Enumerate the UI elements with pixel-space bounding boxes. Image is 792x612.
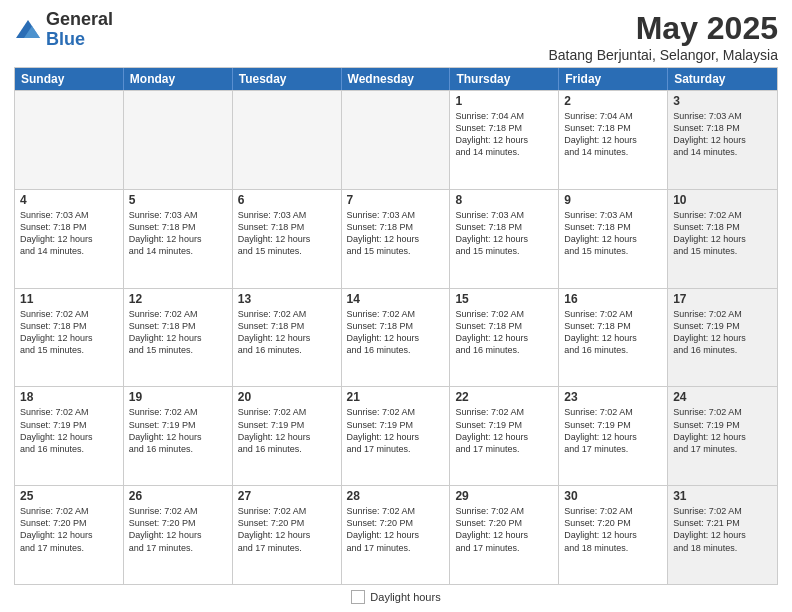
day-number: 18 bbox=[20, 390, 118, 404]
day-number: 3 bbox=[673, 94, 772, 108]
daylight-label: Daylight hours bbox=[370, 591, 440, 603]
day-info: Sunrise: 7:02 AM Sunset: 7:18 PM Dayligh… bbox=[347, 308, 445, 357]
day-number: 30 bbox=[564, 489, 662, 503]
table-row: 28Sunrise: 7:02 AM Sunset: 7:20 PM Dayli… bbox=[342, 486, 451, 584]
day-number: 4 bbox=[20, 193, 118, 207]
table-row: 9Sunrise: 7:03 AM Sunset: 7:18 PM Daylig… bbox=[559, 190, 668, 288]
cal-week-3: 11Sunrise: 7:02 AM Sunset: 7:18 PM Dayli… bbox=[15, 288, 777, 387]
cal-header-saturday: Saturday bbox=[668, 68, 777, 90]
day-info: Sunrise: 7:03 AM Sunset: 7:18 PM Dayligh… bbox=[129, 209, 227, 258]
header: General Blue May 2025 Batang Berjuntai, … bbox=[14, 10, 778, 63]
table-row: 21Sunrise: 7:02 AM Sunset: 7:19 PM Dayli… bbox=[342, 387, 451, 485]
table-row: 12Sunrise: 7:02 AM Sunset: 7:18 PM Dayli… bbox=[124, 289, 233, 387]
table-row: 20Sunrise: 7:02 AM Sunset: 7:19 PM Dayli… bbox=[233, 387, 342, 485]
table-row bbox=[124, 91, 233, 189]
cal-header-thursday: Thursday bbox=[450, 68, 559, 90]
calendar-header: SundayMondayTuesdayWednesdayThursdayFrid… bbox=[15, 68, 777, 90]
table-row: 13Sunrise: 7:02 AM Sunset: 7:18 PM Dayli… bbox=[233, 289, 342, 387]
day-number: 27 bbox=[238, 489, 336, 503]
footer: Daylight hours bbox=[14, 590, 778, 604]
day-info: Sunrise: 7:02 AM Sunset: 7:19 PM Dayligh… bbox=[20, 406, 118, 455]
day-info: Sunrise: 7:03 AM Sunset: 7:18 PM Dayligh… bbox=[238, 209, 336, 258]
day-info: Sunrise: 7:04 AM Sunset: 7:18 PM Dayligh… bbox=[564, 110, 662, 159]
table-row: 15Sunrise: 7:02 AM Sunset: 7:18 PM Dayli… bbox=[450, 289, 559, 387]
day-info: Sunrise: 7:02 AM Sunset: 7:19 PM Dayligh… bbox=[673, 308, 772, 357]
logo-text: General Blue bbox=[46, 10, 113, 50]
table-row: 4Sunrise: 7:03 AM Sunset: 7:18 PM Daylig… bbox=[15, 190, 124, 288]
day-number: 20 bbox=[238, 390, 336, 404]
day-number: 22 bbox=[455, 390, 553, 404]
cal-week-1: 1Sunrise: 7:04 AM Sunset: 7:18 PM Daylig… bbox=[15, 90, 777, 189]
calendar: SundayMondayTuesdayWednesdayThursdayFrid… bbox=[14, 67, 778, 585]
table-row: 23Sunrise: 7:02 AM Sunset: 7:19 PM Dayli… bbox=[559, 387, 668, 485]
table-row bbox=[15, 91, 124, 189]
day-number: 2 bbox=[564, 94, 662, 108]
day-info: Sunrise: 7:02 AM Sunset: 7:19 PM Dayligh… bbox=[564, 406, 662, 455]
day-number: 7 bbox=[347, 193, 445, 207]
day-number: 6 bbox=[238, 193, 336, 207]
logo-general-text: General bbox=[46, 10, 113, 30]
table-row bbox=[233, 91, 342, 189]
day-info: Sunrise: 7:03 AM Sunset: 7:18 PM Dayligh… bbox=[564, 209, 662, 258]
table-row: 22Sunrise: 7:02 AM Sunset: 7:19 PM Dayli… bbox=[450, 387, 559, 485]
cal-week-2: 4Sunrise: 7:03 AM Sunset: 7:18 PM Daylig… bbox=[15, 189, 777, 288]
day-info: Sunrise: 7:03 AM Sunset: 7:18 PM Dayligh… bbox=[347, 209, 445, 258]
day-number: 10 bbox=[673, 193, 772, 207]
day-info: Sunrise: 7:02 AM Sunset: 7:19 PM Dayligh… bbox=[347, 406, 445, 455]
table-row: 26Sunrise: 7:02 AM Sunset: 7:20 PM Dayli… bbox=[124, 486, 233, 584]
table-row bbox=[342, 91, 451, 189]
cal-header-tuesday: Tuesday bbox=[233, 68, 342, 90]
day-info: Sunrise: 7:02 AM Sunset: 7:18 PM Dayligh… bbox=[129, 308, 227, 357]
day-number: 13 bbox=[238, 292, 336, 306]
cal-header-sunday: Sunday bbox=[15, 68, 124, 90]
day-info: Sunrise: 7:03 AM Sunset: 7:18 PM Dayligh… bbox=[20, 209, 118, 258]
cal-header-friday: Friday bbox=[559, 68, 668, 90]
day-number: 28 bbox=[347, 489, 445, 503]
table-row: 10Sunrise: 7:02 AM Sunset: 7:18 PM Dayli… bbox=[668, 190, 777, 288]
day-info: Sunrise: 7:02 AM Sunset: 7:20 PM Dayligh… bbox=[238, 505, 336, 554]
day-number: 24 bbox=[673, 390, 772, 404]
day-info: Sunrise: 7:04 AM Sunset: 7:18 PM Dayligh… bbox=[455, 110, 553, 159]
day-info: Sunrise: 7:02 AM Sunset: 7:18 PM Dayligh… bbox=[20, 308, 118, 357]
day-info: Sunrise: 7:02 AM Sunset: 7:20 PM Dayligh… bbox=[20, 505, 118, 554]
day-info: Sunrise: 7:02 AM Sunset: 7:20 PM Dayligh… bbox=[455, 505, 553, 554]
logo-icon bbox=[14, 16, 42, 44]
day-info: Sunrise: 7:02 AM Sunset: 7:19 PM Dayligh… bbox=[455, 406, 553, 455]
table-row: 5Sunrise: 7:03 AM Sunset: 7:18 PM Daylig… bbox=[124, 190, 233, 288]
day-info: Sunrise: 7:02 AM Sunset: 7:19 PM Dayligh… bbox=[238, 406, 336, 455]
day-info: Sunrise: 7:03 AM Sunset: 7:18 PM Dayligh… bbox=[673, 110, 772, 159]
day-info: Sunrise: 7:02 AM Sunset: 7:18 PM Dayligh… bbox=[238, 308, 336, 357]
table-row: 2Sunrise: 7:04 AM Sunset: 7:18 PM Daylig… bbox=[559, 91, 668, 189]
table-row: 30Sunrise: 7:02 AM Sunset: 7:20 PM Dayli… bbox=[559, 486, 668, 584]
day-info: Sunrise: 7:02 AM Sunset: 7:18 PM Dayligh… bbox=[564, 308, 662, 357]
day-number: 19 bbox=[129, 390, 227, 404]
table-row: 17Sunrise: 7:02 AM Sunset: 7:19 PM Dayli… bbox=[668, 289, 777, 387]
cal-week-5: 25Sunrise: 7:02 AM Sunset: 7:20 PM Dayli… bbox=[15, 485, 777, 584]
day-info: Sunrise: 7:03 AM Sunset: 7:18 PM Dayligh… bbox=[455, 209, 553, 258]
table-row: 27Sunrise: 7:02 AM Sunset: 7:20 PM Dayli… bbox=[233, 486, 342, 584]
table-row: 7Sunrise: 7:03 AM Sunset: 7:18 PM Daylig… bbox=[342, 190, 451, 288]
day-number: 12 bbox=[129, 292, 227, 306]
day-number: 31 bbox=[673, 489, 772, 503]
table-row: 16Sunrise: 7:02 AM Sunset: 7:18 PM Dayli… bbox=[559, 289, 668, 387]
day-number: 8 bbox=[455, 193, 553, 207]
table-row: 3Sunrise: 7:03 AM Sunset: 7:18 PM Daylig… bbox=[668, 91, 777, 189]
page: General Blue May 2025 Batang Berjuntai, … bbox=[0, 0, 792, 612]
day-number: 16 bbox=[564, 292, 662, 306]
table-row: 25Sunrise: 7:02 AM Sunset: 7:20 PM Dayli… bbox=[15, 486, 124, 584]
day-number: 11 bbox=[20, 292, 118, 306]
day-number: 26 bbox=[129, 489, 227, 503]
day-number: 21 bbox=[347, 390, 445, 404]
daylight-swatch bbox=[351, 590, 365, 604]
day-number: 15 bbox=[455, 292, 553, 306]
day-info: Sunrise: 7:02 AM Sunset: 7:21 PM Dayligh… bbox=[673, 505, 772, 554]
title-block: May 2025 Batang Berjuntai, Selangor, Mal… bbox=[548, 10, 778, 63]
calendar-body: 1Sunrise: 7:04 AM Sunset: 7:18 PM Daylig… bbox=[15, 90, 777, 584]
day-info: Sunrise: 7:02 AM Sunset: 7:19 PM Dayligh… bbox=[129, 406, 227, 455]
day-number: 29 bbox=[455, 489, 553, 503]
table-row: 8Sunrise: 7:03 AM Sunset: 7:18 PM Daylig… bbox=[450, 190, 559, 288]
subtitle: Batang Berjuntai, Selangor, Malaysia bbox=[548, 47, 778, 63]
cal-week-4: 18Sunrise: 7:02 AM Sunset: 7:19 PM Dayli… bbox=[15, 386, 777, 485]
day-info: Sunrise: 7:02 AM Sunset: 7:18 PM Dayligh… bbox=[673, 209, 772, 258]
day-number: 9 bbox=[564, 193, 662, 207]
